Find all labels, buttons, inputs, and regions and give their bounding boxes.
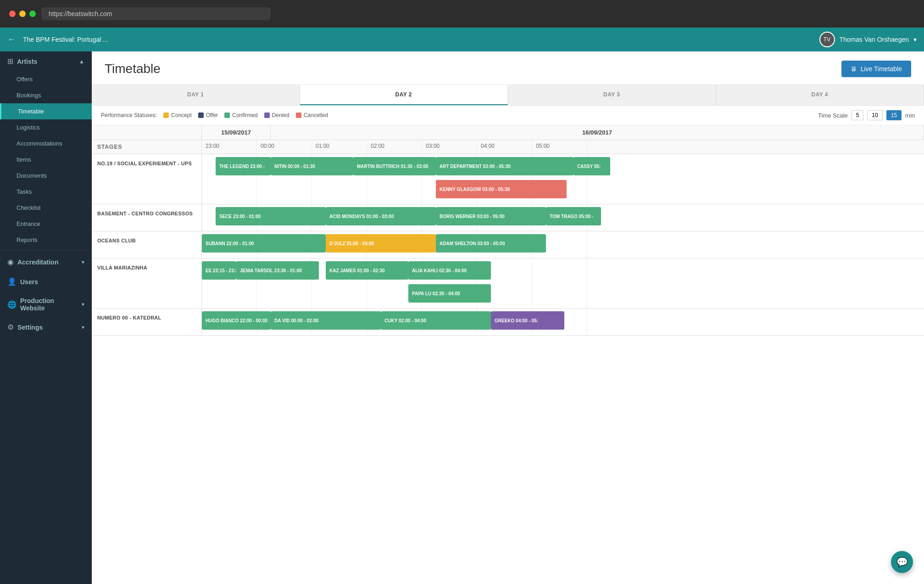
- concept-dot: [163, 112, 169, 118]
- performance-block[interactable]: MARTIN BUTTRICH 01:30 - 03:00: [353, 157, 436, 175]
- timetable-area: DAY 1 DAY 2 DAY 3 DAY 4 Performance Stat…: [92, 85, 924, 584]
- sidebar-item-items[interactable]: Items: [0, 152, 92, 168]
- performance-block[interactable]: ALIA KAHLI 02:30 - 04:00: [408, 261, 491, 280]
- stage-row: NO.19 / SOCIAL EXPERIEMENT - UPSTHE LEGE…: [92, 154, 924, 204]
- performance-block[interactable]: GREEKO 04:00 - 05:: [491, 311, 564, 330]
- performance-block[interactable]: BORIS WERNER 03:00 - 05:00: [436, 207, 546, 225]
- user-info[interactable]: TV Thomas Van Orshaegen ▾: [819, 32, 917, 47]
- time-scale-10[interactable]: 10: [867, 110, 882, 120]
- date-block-2: 16/09/2017: [271, 125, 924, 140]
- performance-block[interactable]: ADAM SHELTON 03:00 - 05:00: [436, 234, 546, 253]
- confirmed-label: Confirmed: [232, 112, 257, 118]
- date-header-row: 15/09/2017 16/09/2017: [92, 125, 924, 140]
- performance-block[interactable]: PAPA LU 02:30 - 04:00: [408, 284, 491, 303]
- sidebar-production-header[interactable]: 🌐 Production Website ▾: [0, 292, 92, 317]
- status-concept: Concept: [163, 112, 192, 118]
- sidebar-item-checklist[interactable]: Checklist: [0, 200, 92, 216]
- avatar: TV: [819, 32, 835, 47]
- status-confirmed: Confirmed: [224, 112, 257, 118]
- sidebar-item-reports[interactable]: Reports: [0, 232, 92, 248]
- performance-block[interactable]: THE LEGEND 23:00 -: [216, 157, 271, 175]
- sidebar-item-offers[interactable]: Offers: [0, 71, 92, 87]
- stage-timeline: SECE 23:00 - 01:00ACID MONDAYS 01:00 - 0…: [202, 204, 924, 231]
- performance-block[interactable]: TOM TRAGO 05:00 -: [546, 207, 601, 225]
- sidebar-settings-header[interactable]: ⚙ Settings ▾: [0, 317, 92, 337]
- chevron-down-icon: ▾: [913, 36, 917, 43]
- stage-rows-container: NO.19 / SOCIAL EXPERIEMENT - UPSTHE LEGE…: [92, 154, 924, 336]
- tab-day2[interactable]: DAY 2: [300, 85, 508, 105]
- stage-timeline: THE LEGEND 23:00 -NITIN 00:00 - 01:30MAR…: [202, 154, 924, 204]
- cancelled-label: Cancelled: [304, 112, 328, 118]
- timetable-controls: Performance Statuses: Concept Offer Conf…: [92, 106, 924, 125]
- sidebar-item-documents[interactable]: Documents: [0, 168, 92, 184]
- performance-statuses: Performance Statuses: Concept Offer Conf…: [101, 112, 328, 118]
- sidebar-item-tasks[interactable]: Tasks: [0, 184, 92, 200]
- performance-block[interactable]: ACID MONDAYS 01:00 - 03:00: [326, 207, 436, 225]
- user-name: Thomas Van Orshaegen: [840, 36, 909, 43]
- app: ← The BPM Festival: Portugal ... TV Thom…: [0, 28, 924, 584]
- status-offer: Offer: [198, 112, 218, 118]
- stage-name: BASEMENT - CENTRO CONGRESSOS: [92, 204, 202, 231]
- performance-block[interactable]: JENIA TARSOL 23:30 - 01:00: [236, 261, 319, 280]
- chevron-up-icon: ▲: [79, 58, 84, 65]
- sidebar-accreditation-header[interactable]: ◉ Accreditation ▾: [0, 252, 92, 272]
- artists-label: Artists: [17, 58, 75, 65]
- time-header-row: STAGES 23:00 00:00 01:00 02:00 03:00 04:…: [92, 140, 924, 154]
- date-block-1: 15/09/2017: [202, 125, 271, 140]
- statuses-label: Performance Statuses:: [101, 112, 157, 118]
- time-scale-15[interactable]: 15: [886, 110, 902, 120]
- performance-block[interactable]: NITIN 00:00 - 01:30: [271, 157, 353, 175]
- chevron-down-production-icon: ▾: [82, 301, 84, 308]
- performance-block[interactable]: ART DEPARTMENT 03:00 - 05:30: [436, 157, 573, 175]
- stage-timeline: SUBANN 22:00 - 01:00D'JULZ 01:00 - 03:00…: [202, 231, 924, 258]
- stage-name: NUMERO 00 - KATEDRAL: [92, 309, 202, 335]
- maximize-dot[interactable]: [29, 11, 36, 17]
- users-icon: 👤: [7, 277, 17, 286]
- tab-day3[interactable]: DAY 3: [508, 85, 716, 105]
- performance-block[interactable]: KENNY GLASGOW 03:00 - 05:30: [436, 180, 567, 198]
- performance-block[interactable]: SUBANN 22:00 - 01:00: [202, 234, 326, 253]
- users-label: Users: [20, 278, 84, 286]
- artists-icon: ⊞: [7, 57, 13, 66]
- chevron-down-settings-icon: ▾: [82, 324, 84, 331]
- tab-day1[interactable]: DAY 1: [92, 85, 300, 105]
- accreditation-label: Accreditation: [17, 258, 78, 266]
- sidebar-item-timetable[interactable]: Timetable: [0, 103, 92, 119]
- day-tabs: DAY 1 DAY 2 DAY 3 DAY 4: [92, 85, 924, 106]
- concept-label: Concept: [171, 112, 192, 118]
- live-timetable-button[interactable]: 🖥 Live Timetable: [841, 61, 911, 77]
- performance-block[interactable]: SECE 23:00 - 01:00: [216, 207, 326, 225]
- performance-block[interactable]: CUKY 02:00 - 04:00: [381, 311, 491, 330]
- stage-name: OCEANS CLUB: [92, 231, 202, 258]
- sidebar-artists-header[interactable]: ⊞ Artists ▲: [0, 51, 92, 71]
- sidebar-item-accommodations[interactable]: Accommodations: [0, 135, 92, 152]
- performance-block[interactable]: D'JULZ 01:00 - 03:00: [326, 234, 436, 253]
- minimize-dot[interactable]: [19, 11, 26, 17]
- performance-block[interactable]: KAZ JAMES 01:00 - 02:30: [326, 261, 408, 280]
- time-00: 00:00: [257, 140, 312, 154]
- close-dot[interactable]: [9, 11, 16, 17]
- cancelled-dot: [296, 112, 301, 118]
- sidebar-item-logistics[interactable]: Logistics: [0, 119, 92, 135]
- performance-block[interactable]: DA VID 00:00 - 02:00: [271, 311, 381, 330]
- sidebar-users-header[interactable]: 👤 Users: [0, 272, 92, 292]
- browser-url[interactable]: https://beatswitch.com: [41, 7, 271, 20]
- monitor-icon: 🖥: [851, 65, 857, 73]
- timetable-grid-wrapper[interactable]: 15/09/2017 16/09/2017 STAGES 23:00 00:00…: [92, 125, 924, 584]
- back-button[interactable]: ←: [7, 35, 16, 45]
- stage-name: VILLA MARIAZINHA: [92, 258, 202, 308]
- performance-block[interactable]: EE 22:15 - 23:30: [202, 261, 236, 280]
- performance-block[interactable]: CASSY 05:: [573, 157, 610, 175]
- sidebar-item-entrance[interactable]: Entrance: [0, 216, 92, 232]
- page-title: Timetable: [105, 62, 161, 76]
- time-03: 03:00: [422, 140, 477, 154]
- time-04: 04:00: [477, 140, 532, 154]
- sidebar-item-bookings[interactable]: Bookings: [0, 87, 92, 103]
- offer-label: Offer: [206, 112, 218, 118]
- page-header: Timetable 🖥 Live Timetable: [92, 51, 924, 85]
- chat-button[interactable]: 💬: [891, 551, 913, 573]
- stage-row: VILLA MARIAZINHAEE 22:15 - 23:30JENIA TA…: [92, 258, 924, 309]
- performance-block[interactable]: HUGO BIANCO 22:00 - 00:00: [202, 311, 271, 330]
- tab-day4[interactable]: DAY 4: [716, 85, 924, 105]
- time-scale-5[interactable]: 5: [852, 110, 864, 120]
